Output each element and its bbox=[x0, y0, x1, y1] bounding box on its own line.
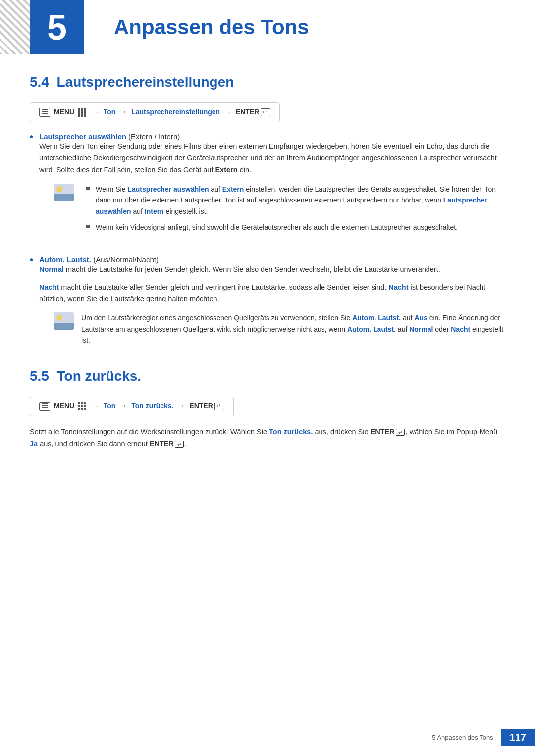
grid-icon-wrapper bbox=[76, 108, 90, 116]
section-54-number: 5.4 bbox=[30, 74, 49, 90]
grid-icon-55 bbox=[78, 402, 86, 410]
bullet2-para2: Nacht macht die Lautstärke aller Sender … bbox=[39, 282, 505, 305]
grid-icon bbox=[78, 108, 86, 117]
chapter-header: 5 Anpassen des Tons bbox=[0, 0, 535, 54]
section-55-heading: 5.5 Ton zurücks. bbox=[30, 368, 505, 384]
setting-label-55: Ton zurücks. bbox=[131, 402, 173, 410]
arrow3: → bbox=[224, 108, 231, 116]
setting-label: Lautsprechereinstellungen bbox=[131, 108, 220, 116]
section-55-number: 5.5 bbox=[30, 368, 49, 384]
enter-icon bbox=[261, 108, 270, 116]
enter-icon-inline-2: ↵ bbox=[175, 441, 184, 448]
menu-path-55: MENU → Ton → Ton zurücks. → ENTER bbox=[30, 397, 234, 416]
bullet2-para1: Normal macht die Lautstärke für jeden Se… bbox=[39, 264, 505, 276]
bullet-content-1: Lautsprecher auswählen (Extern / Intern)… bbox=[39, 132, 505, 245]
bullet-section-1: • Lautsprecher auswählen (Extern / Inter… bbox=[30, 132, 505, 245]
note-content-2: Um den Lautstärkeregler eines angeschlos… bbox=[81, 312, 505, 346]
bullet-section-2: • Autom. Lautst. (Aus/Normal/Nacht) Norm… bbox=[30, 255, 505, 353]
sub-square-1 bbox=[86, 187, 90, 190]
section-55: 5.5 Ton zurücks. MENU → Ton → Ton zurück… bbox=[30, 368, 505, 450]
footer-page-number: 117 bbox=[501, 729, 535, 746]
sub-bullet-2-text: Wenn kein Videosignal anliegt, sind sowo… bbox=[96, 222, 458, 233]
footer-label: 5 Anpassen des Tons bbox=[432, 734, 493, 741]
note-box-1: Wenn Sie Lautsprecher auswählen auf Exte… bbox=[54, 184, 505, 238]
note-content-1: Wenn Sie Lautsprecher auswählen auf Exte… bbox=[81, 184, 505, 238]
main-content: 5.4 Lautsprechereinstellungen MENU → Ton… bbox=[0, 74, 535, 486]
bullet-dot-1: • bbox=[30, 131, 33, 143]
sub-bullet-2: Wenn kein Videosignal anliegt, sind sowo… bbox=[86, 222, 505, 233]
ton-label-55: Ton bbox=[104, 402, 116, 410]
bullet2-options: (Aus/Normal/Nacht) bbox=[93, 255, 159, 264]
sub-bullet-1-text: Wenn Sie Lautsprecher auswählen auf Exte… bbox=[96, 184, 505, 217]
arrow1-55: → bbox=[92, 402, 99, 410]
footer-right: 5 Anpassen des Tons 117 bbox=[432, 729, 535, 746]
menu-path-54: MENU → Ton → Lautsprechereinstellungen →… bbox=[30, 102, 280, 122]
bullet-item-1: • Lautsprecher auswählen (Extern / Inter… bbox=[30, 132, 505, 245]
arrow2: → bbox=[120, 108, 127, 116]
chapter-number: 5 bbox=[30, 0, 84, 54]
menu-label: MENU bbox=[54, 108, 74, 116]
note-box-2: Um den Lautstärkeregler eines angeschlos… bbox=[54, 312, 505, 346]
bullet1-options: (Extern / Intern) bbox=[128, 132, 180, 141]
section55-body: Setzt alle Toneinstellungen auf die Werk… bbox=[30, 426, 505, 450]
enter-icon-inline-1: ↵ bbox=[396, 429, 405, 436]
section-54-heading: 5.4 Lautsprechereinstellungen bbox=[30, 74, 505, 90]
chapter-title: Anpassen des Tons bbox=[114, 15, 309, 39]
bullet-content-2: Autom. Lautst. (Aus/Normal/Nacht) Normal… bbox=[39, 255, 505, 353]
arrow1: → bbox=[92, 108, 99, 116]
section-54-title: Lautsprechereinstellungen bbox=[57, 74, 234, 90]
arrow3-55: → bbox=[178, 402, 185, 410]
arrow2-55: → bbox=[120, 402, 127, 410]
menu-icon bbox=[39, 108, 50, 117]
bullet1-bold: Extern bbox=[215, 166, 237, 174]
enter-icon-55 bbox=[214, 403, 224, 410]
enter-label-55: ENTER bbox=[189, 402, 213, 410]
corner-decoration bbox=[0, 0, 30, 54]
sub-bullet-1: Wenn Sie Lautsprecher auswählen auf Exte… bbox=[86, 184, 505, 217]
page-footer: 5 Anpassen des Tons 117 bbox=[0, 729, 535, 746]
bullet-dot-2: • bbox=[30, 254, 33, 266]
section-54: 5.4 Lautsprechereinstellungen MENU → Ton… bbox=[30, 74, 505, 353]
bullet-item-2: • Autom. Lautst. (Aus/Normal/Nacht) Norm… bbox=[30, 255, 505, 353]
bullet1-body-end: ein. bbox=[240, 166, 251, 174]
sub-square-2 bbox=[86, 225, 90, 228]
bullet1-body: Wenn Sie den Ton einer Sendung oder eine… bbox=[39, 141, 505, 176]
sub-bullets-1: Wenn Sie Lautsprecher auswählen auf Exte… bbox=[86, 184, 505, 233]
ton-label: Ton bbox=[104, 108, 116, 116]
menu-icon-55 bbox=[39, 402, 50, 411]
grid-icon-wrapper-55 bbox=[76, 402, 90, 410]
bullet2-label: Autom. Lautst. bbox=[39, 255, 91, 264]
bullet1-body-text: Wenn Sie den Ton einer Sendung oder eine… bbox=[39, 142, 497, 174]
section-55-title: Ton zurücks. bbox=[57, 368, 142, 384]
bullet1-label: Lautsprecher auswählen bbox=[39, 132, 126, 141]
note-icon-2 bbox=[54, 312, 74, 330]
menu-label-55: MENU bbox=[54, 402, 74, 410]
enter-label: ENTER bbox=[236, 108, 259, 116]
note-icon-1 bbox=[54, 184, 74, 201]
